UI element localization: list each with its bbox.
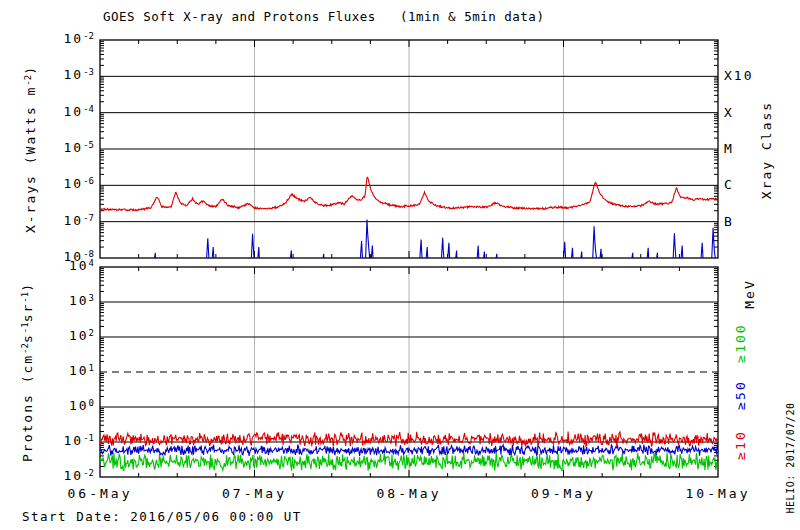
y-tick-label: 10-2 <box>30 468 94 483</box>
y-tick-label: 10-5 <box>30 140 94 155</box>
y-tick-label: 101 <box>30 363 94 378</box>
proton-y-axis-label-close: ) <box>20 282 35 292</box>
xray-class-label: X10 <box>724 68 753 83</box>
proton-panel-axes <box>100 267 718 477</box>
x-tick-label: 06-May <box>68 486 133 501</box>
y-tick-label: 10-6 <box>30 176 94 191</box>
x-tick-label: 10-May <box>686 486 751 501</box>
goes-flux-plot: GOES Soft X-ray and Protons Fluxes (1min… <box>0 0 800 530</box>
x-tick-label: 09-May <box>531 486 596 501</box>
xray-class-label: B <box>724 214 734 229</box>
x-tick-label: 07-May <box>222 486 287 501</box>
proton-energy-label: ≥100 <box>733 323 748 362</box>
y-tick-label: 104 <box>30 258 94 273</box>
xray-class-label: M <box>724 141 734 156</box>
xray-class-label: C <box>724 177 734 192</box>
y-tick-label: 10-4 <box>30 104 94 119</box>
chart-canvas <box>0 0 800 530</box>
proton-y-axis-label-exp3: -1 <box>20 292 30 303</box>
proton-energy-label: ≥10 <box>733 430 748 459</box>
mev-axis-title: MeV <box>742 279 757 308</box>
xray-class-axis-title: Xray Class <box>759 101 774 199</box>
y-tick-label: 10-1 <box>30 433 94 448</box>
x-tick-label: 08-May <box>377 486 442 501</box>
proton-y-axis-label-exp1: -2 <box>20 343 30 354</box>
y-tick-label: 100 <box>30 398 94 413</box>
y-tick-label: 103 <box>30 293 94 308</box>
proton-y-axis-label-exp2: -1 <box>20 322 30 333</box>
y-tick-label: 10-3 <box>30 67 94 82</box>
y-tick-label: 102 <box>30 328 94 343</box>
proton-energy-label: ≥50 <box>733 380 748 409</box>
xray-class-label: X <box>724 105 734 120</box>
plot-title: GOES Soft X-ray and Protons Fluxes (1min… <box>103 9 544 24</box>
y-tick-label: 10-2 <box>30 31 94 46</box>
xray-panel-axes <box>100 40 718 258</box>
start-date-label: Start Date: 2016/05/06 00:00 UT <box>22 509 302 524</box>
credit-stamp: HELIO: 2017/07/20 <box>785 403 796 514</box>
y-tick-label: 10-7 <box>30 213 94 228</box>
